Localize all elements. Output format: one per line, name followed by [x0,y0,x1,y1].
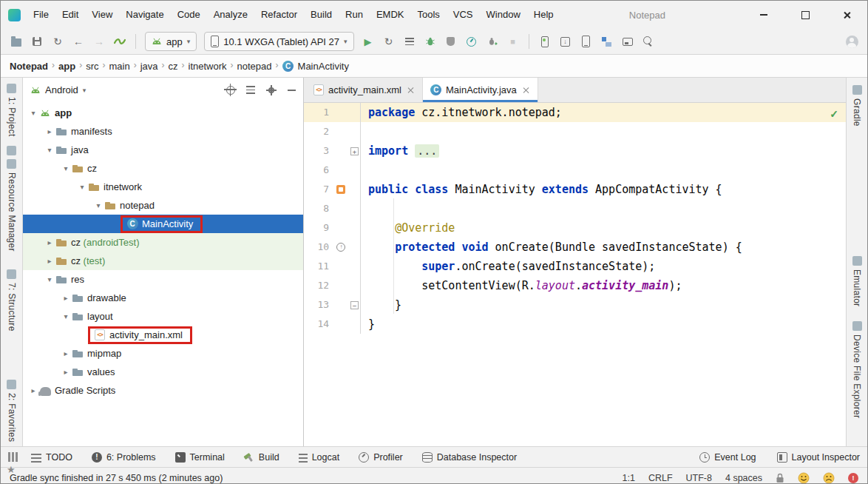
sync-button[interactable]: ↻ [48,32,67,51]
sdk-manager-button[interactable]: ↓ [556,32,575,51]
toolwindow-button-emulator[interactable]: Emulator [852,256,862,306]
code-text[interactable]: super.onCreate(savedInstanceState); [361,257,846,276]
code-text[interactable] [361,161,846,180]
toolwindow-button-gradle[interactable]: Gradle [852,85,862,127]
debug-button[interactable] [421,32,440,51]
line-separator[interactable]: CRLF [648,473,673,483]
tree-item-manifests[interactable]: ▸manifests [23,122,303,141]
tab-mainactivity-java[interactable]: CMainActivity.java [423,78,538,102]
menu-view[interactable]: View [85,1,119,29]
folder-tool-icon[interactable] [7,146,16,155]
smiley-icon[interactable] [798,472,810,484]
close-button[interactable] [826,1,867,29]
tree-item-cz-androidtest[interactable]: ▸cz (androidTest) [23,233,303,252]
tree-item-layout[interactable]: ▾layout [23,307,303,326]
toolwindow-bar-todo[interactable]: TODO [31,452,72,463]
lock-icon[interactable] [776,473,784,483]
device-manager-button[interactable] [535,32,555,51]
code-text[interactable]: } [361,315,846,334]
toolwindow-button-resource-manager[interactable]: Resource Manager [7,159,17,252]
menu-run[interactable]: Run [339,1,370,29]
chevron-collapsed-icon[interactable]: ▸ [44,238,55,246]
tree-item-res[interactable]: ▾res [23,270,303,289]
tree-item-cz[interactable]: ▾cz [23,159,303,178]
code-editor[interactable]: 1package cz.itnetwork.notepad;23+import … [304,103,846,446]
tree-item-notepad[interactable]: ▾notepad [23,196,303,215]
toolwindow-bar-database-inspector[interactable]: Database Inspector [422,452,517,463]
stop-button[interactable]: ■ [503,32,523,51]
apply-changes-button[interactable]: ↻ [379,32,399,51]
emdk-icon[interactable] [110,32,129,51]
chevron-expanded-icon[interactable]: ▾ [76,183,88,191]
tool-window-button[interactable] [618,32,637,51]
chevron-expanded-icon[interactable]: ▾ [44,146,55,154]
chevron-collapsed-icon[interactable]: ▸ [60,294,72,302]
chevron-collapsed-icon[interactable]: ▸ [27,386,39,394]
breadcrumb-item-notepad[interactable]: notepad [237,60,272,72]
menu-navigate[interactable]: Navigate [119,1,170,29]
code-text[interactable]: @Override [361,218,846,238]
project-structure-button[interactable] [597,32,617,51]
chevron-expanded-icon[interactable]: ▾ [27,109,39,117]
code-text[interactable]: } [361,295,846,315]
chevron-collapsed-icon[interactable]: ▸ [44,127,55,135]
tab-activity-main-xml[interactable]: <>activity_main.xml [305,78,423,102]
caret-position[interactable]: 1:1 [623,473,635,483]
chevron-expanded-icon[interactable]: ▾ [44,275,55,283]
file-encoding[interactable]: UTF-8 [686,473,712,483]
chevron-collapsed-icon[interactable]: ▸ [60,368,72,376]
menu-build[interactable]: Build [304,1,339,29]
toolwindow-button-2-favorites[interactable]: 2: Favorites [7,380,17,442]
code-text[interactable] [361,122,846,141]
chevron-collapsed-icon[interactable]: ▸ [44,257,55,265]
menu-code[interactable]: Code [171,1,207,29]
close-tab-icon[interactable] [523,87,530,94]
run-configuration-select[interactable]: app ▾ [145,32,197,51]
code-text[interactable] [361,199,846,218]
favorites-star-icon[interactable]: ★ [7,464,16,475]
tree-item-java[interactable]: ▾java [23,141,303,159]
run-coverage-button[interactable] [441,32,461,51]
code-text[interactable]: setContentView(R.layout.activity_main); [361,276,846,295]
tree-item-mainactivity[interactable]: CMainActivity [23,215,303,233]
code-text[interactable]: import ... [361,141,846,161]
tree-item-cz-test[interactable]: ▸cz (test) [23,252,303,270]
select-opened-file-icon[interactable] [226,86,235,95]
virtual-device-button[interactable] [577,32,596,51]
menu-tools[interactable]: Tools [410,1,446,29]
toolwindow-bar-profiler[interactable]: Profiler [359,452,403,463]
code-text[interactable]: public class MainActivity extends AppCom… [361,180,846,199]
device-select[interactable]: 10.1 WXGA (Tablet) API 27 ▾ [204,32,353,51]
gear-icon[interactable] [266,85,277,95]
profile-avatar-button[interactable] [842,32,861,51]
toolwindow-bar-build[interactable]: Build [244,452,279,463]
toolwindow-button-7-structure[interactable]: 7: Structure [7,269,17,332]
forward-button[interactable]: → [89,32,109,51]
breadcrumb-item-itnetwork[interactable]: itnetwork [189,60,227,72]
search-everywhere-button[interactable] [639,32,658,51]
override-gutter-icon[interactable]: ↑ [333,238,349,257]
toolwindow-bar-event-log[interactable]: Event Log [699,452,756,463]
toolwindow-bar-6-problems[interactable]: 6: Problems [92,452,156,463]
tree-item-drawable[interactable]: ▸drawable [23,289,303,307]
toolwindow-bar-terminal[interactable]: Terminal [175,452,225,463]
run-button[interactable]: ▶ [359,32,378,51]
open-button[interactable] [7,32,26,51]
chevron-expanded-icon[interactable]: ▾ [92,201,104,209]
toolwindow-switcher-icon[interactable] [8,452,18,462]
breadcrumb-item-main[interactable]: main [109,60,129,72]
menu-window[interactable]: Window [480,1,527,29]
tree-item-values[interactable]: ▸values [23,363,303,381]
project-view-selector[interactable]: Android [45,84,78,95]
breadcrumb-item-notepad[interactable]: Notepad [10,60,48,72]
breadcrumb-item-src[interactable]: src [86,60,98,72]
menu-emdk[interactable]: EMDK [370,1,411,29]
fold-marker-icon[interactable]: + [349,141,360,161]
profile-button[interactable] [462,32,481,51]
hide-panel-icon[interactable] [288,90,296,91]
toolwindow-bar-layout-inspector[interactable]: Layout Inspector [777,452,860,463]
frown-icon[interactable] [823,472,835,484]
breadcrumb-item-app[interactable]: app [58,60,75,72]
code-text[interactable]: package cz.itnetwork.notepad; [361,103,846,122]
breadcrumb-item-java[interactable]: java [140,60,158,72]
